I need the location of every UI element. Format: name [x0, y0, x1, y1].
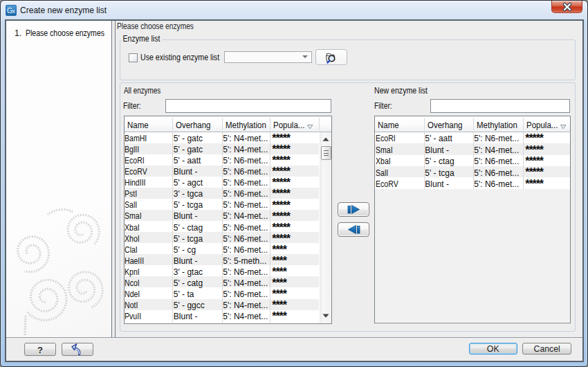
svg-text:x: x — [12, 8, 16, 15]
